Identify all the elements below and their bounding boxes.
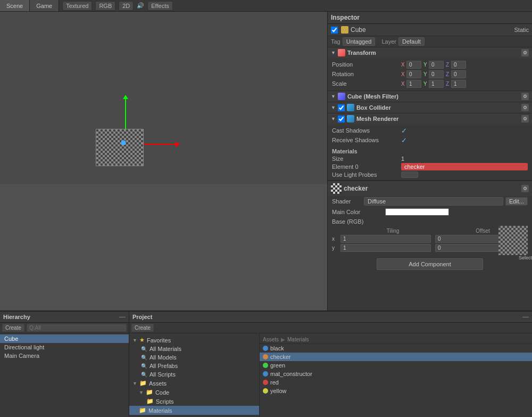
hierarchy-panel: Hierarchy — Create Cube Directional ligh… <box>0 312 129 417</box>
sx-label: X <box>401 81 405 87</box>
receive-shadows-label: Receive Shadows <box>332 137 401 143</box>
cast-shadows-checkbox[interactable]: ✓ <box>401 127 407 135</box>
rotation-x[interactable] <box>406 70 421 78</box>
scale-x[interactable] <box>406 80 421 88</box>
favorites-folder[interactable]: ▼ ★ Favorites <box>129 336 259 345</box>
tiling-y-label: y <box>332 245 338 251</box>
object-active-toggle[interactable] <box>331 27 338 34</box>
breadcrumb: Assets ▶ Materials <box>260 336 532 344</box>
rotation-row: Rotation X Y Z <box>332 69 528 79</box>
mesh-renderer-header[interactable]: ▼ Mesh Renderer ⚙ <box>328 113 532 124</box>
asset-checker[interactable]: checker <box>260 353 532 361</box>
rotation-z[interactable] <box>451 70 466 78</box>
add-component-section: Add Component <box>328 255 532 273</box>
rz-label: Z <box>446 71 450 77</box>
receive-shadows-checkbox[interactable]: ✓ <box>401 136 407 144</box>
project-create-btn[interactable]: Create <box>131 324 154 332</box>
tag-layer-row: Tag Untagged Layer Default <box>328 36 532 47</box>
transform-header[interactable]: ▼ Transform ⚙ <box>328 47 532 58</box>
position-y[interactable] <box>429 61 444 69</box>
scale-z[interactable] <box>451 80 466 88</box>
mesh-filter-settings-btn[interactable]: ⚙ <box>521 93 529 100</box>
mesh-renderer-toggle[interactable] <box>338 116 345 122</box>
all-prefabs-item[interactable]: 🔍 All Prefabs <box>129 362 259 370</box>
checker-mat-settings-btn[interactable]: ⚙ <box>521 185 529 192</box>
asset-mat-constructor[interactable]: mat_constructor <box>260 370 532 378</box>
shader-edit-btn[interactable]: Edit... <box>505 197 528 206</box>
hierarchy-list: Cube Directional light Main Camera <box>0 333 129 417</box>
scene-tab[interactable]: Scene <box>0 0 30 11</box>
element0-value[interactable]: checker <box>401 163 528 170</box>
viewport[interactable] <box>0 12 327 310</box>
hierarchy-search[interactable] <box>27 324 127 332</box>
asset-black[interactable]: black <box>260 344 532 353</box>
sz-label: Z <box>446 81 450 87</box>
project-title: Project <box>132 314 152 320</box>
effects-dropdown[interactable]: Effects <box>147 1 172 11</box>
textured-dropdown[interactable]: Textured <box>62 1 92 11</box>
game-tab[interactable]: Game <box>30 0 59 11</box>
scripts-folder[interactable]: 📁 Scripts <box>129 397 259 406</box>
shader-value[interactable]: Diffuse <box>364 197 503 206</box>
materials-folder[interactable]: 📁 Materials <box>129 406 259 415</box>
all-scripts-item[interactable]: 🔍 All Scripts <box>129 370 259 379</box>
project-tree: ▼ ★ Favorites 🔍 All Materials 🔍 All Mode… <box>129 333 260 417</box>
scale-row: Scale X Y Z <box>332 79 528 88</box>
rotation-y[interactable] <box>429 70 444 78</box>
tiling-x-label: x <box>332 236 338 242</box>
code-folder[interactable]: ▼ 📁 Code <box>129 388 259 397</box>
cast-shadows-row: Cast Shadows ✓ <box>332 126 528 135</box>
2d-button[interactable]: 2D <box>119 1 134 11</box>
texture-thumbnail[interactable] <box>498 226 528 255</box>
add-component-button[interactable]: Add Component <box>377 258 483 270</box>
checker-mat-icon <box>331 183 342 194</box>
all-materials-item[interactable]: 🔍 All Materials <box>129 345 259 353</box>
asset-yellow[interactable]: yellow <box>260 387 532 395</box>
rx-label: X <box>401 71 405 77</box>
position-z[interactable] <box>451 61 466 69</box>
hierarchy-create-btn[interactable]: Create <box>2 324 24 332</box>
viewport-grid <box>0 184 327 310</box>
search-icon2: 🔍 <box>141 355 147 361</box>
black-dot <box>263 346 268 351</box>
assets-folder-icon: 📁 <box>139 380 147 387</box>
element0-row: Element 0 checker <box>332 163 528 170</box>
tiling-x-input[interactable] <box>340 235 431 243</box>
mesh-renderer-settings-btn[interactable]: ⚙ <box>521 115 529 122</box>
select-texture-btn[interactable]: Select <box>519 255 532 260</box>
main-color-row: Main Color <box>328 207 532 217</box>
box-collider-toggle[interactable] <box>338 104 345 111</box>
receive-shadows-row: Receive Shadows ✓ <box>332 135 528 145</box>
probe-toggle[interactable] <box>401 171 418 178</box>
scripts-folder-icon: 📁 <box>146 398 154 405</box>
static-label: Static <box>514 27 529 33</box>
rgb-dropdown[interactable]: RGB <box>95 1 115 11</box>
layer-label: Layer <box>381 38 396 45</box>
prefabs-folder[interactable]: 📁 Prefabs <box>129 415 259 417</box>
box-collider-settings-btn[interactable]: ⚙ <box>521 104 529 111</box>
transform-settings-btn[interactable]: ⚙ <box>521 49 529 56</box>
tiling-y-input[interactable] <box>340 244 431 252</box>
hierarchy-header: Hierarchy — <box>0 312 129 323</box>
all-models-item[interactable]: 🔍 All Models <box>129 353 259 362</box>
hier-item-directional-light[interactable]: Directional light <box>0 343 129 351</box>
project-minimize[interactable]: — <box>522 313 529 321</box>
layer-dropdown[interactable]: Default <box>398 37 425 46</box>
asset-red[interactable]: red <box>260 378 532 387</box>
main-color-swatch[interactable] <box>385 208 449 216</box>
mesh-renderer-icon <box>347 115 354 122</box>
box-collider-header[interactable]: ▼ Box Collider ⚙ <box>328 102 532 113</box>
assets-folder[interactable]: ▼ 📁 Assets <box>129 379 259 388</box>
materials-section: Materials Size 1 Element 0 checker Use L… <box>328 147 532 180</box>
hier-item-main-camera[interactable]: Main Camera <box>0 351 129 360</box>
breadcrumb-materials[interactable]: Materials <box>287 337 309 342</box>
position-x[interactable] <box>406 61 421 69</box>
asset-green[interactable]: green <box>260 361 532 370</box>
tag-dropdown[interactable]: Untagged <box>343 37 376 46</box>
breadcrumb-assets[interactable]: Assets <box>263 337 279 342</box>
hierarchy-minimize[interactable]: — <box>119 313 126 321</box>
scale-y[interactable] <box>429 80 444 88</box>
tag-label: Tag <box>331 38 340 45</box>
hier-item-cube[interactable]: Cube <box>0 334 129 343</box>
mesh-filter-header[interactable]: ▼ Cube (Mesh Filter) ⚙ <box>328 91 532 102</box>
